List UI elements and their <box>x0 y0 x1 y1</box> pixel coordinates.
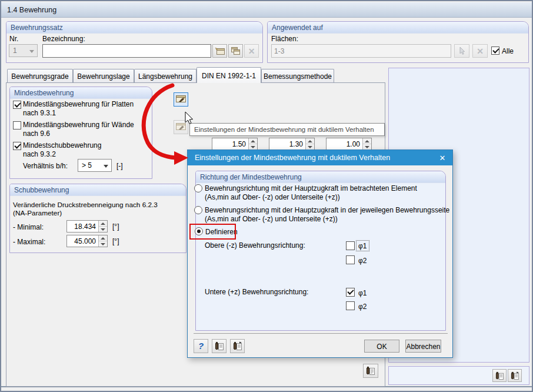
maximal-spinner[interactable]: 45.000 <box>66 235 108 247</box>
dialog-window-1-4-bewehrung: 1.4 Bewehrung Bewehrungssatz Nr. Bezeich… <box>0 0 533 392</box>
gamma-c-spinner-2[interactable]: 1.30 <box>269 138 315 150</box>
page-title: 1.4 Bewehrung <box>7 6 56 14</box>
group-angewendet-title: Angewendet auf <box>268 22 528 34</box>
group-mindestbewehrung-title: Mindestbewehrung <box>10 87 152 99</box>
tooltip: Einstellungen der Mindestbewehrung mit d… <box>189 123 385 136</box>
clear-surfaces-button[interactable] <box>472 44 488 58</box>
alle-label: Alle <box>502 47 514 55</box>
copy-reinforcement-set-button[interactable] <box>228 44 243 58</box>
maximal-value: 45.000 <box>67 235 98 247</box>
edit-mindest-platten-settings-button[interactable] <box>174 92 188 107</box>
tab-bemessungsmethode[interactable]: Bemessungsmethode <box>261 69 334 83</box>
popup-dialog-mindestbewehrung: Einstellungen der Mindestbewehrung mit d… <box>187 150 453 358</box>
bezeichnung-input[interactable] <box>42 44 211 58</box>
group-richtung-title: Richtung der Mindestbewehrung <box>196 171 445 183</box>
clipboard-icon <box>366 366 375 376</box>
nr-select-value: 1 <box>9 45 27 57</box>
minimal-unit: [°] <box>112 222 119 231</box>
copy-windows-icon <box>231 46 241 55</box>
ok-button[interactable]: OK <box>364 340 399 353</box>
chevron-down-icon <box>101 160 111 171</box>
obere-phi2-label: φ2 <box>358 257 367 265</box>
close-button[interactable] <box>432 150 452 165</box>
paste-settings-button[interactable] <box>230 339 245 353</box>
radio-hauptzugkraft-bewehrungsseite[interactable] <box>194 206 202 214</box>
new-reinforcement-set-button[interactable] <box>212 44 227 58</box>
radio1-label-line1: Bewehrungsrichtung mit der Hauptzugkraft… <box>205 184 417 192</box>
edit-mindest-waende-settings-button[interactable] <box>174 120 188 134</box>
delete-reinforcement-set-button[interactable] <box>244 44 259 58</box>
pick-surfaces-button[interactable] <box>454 44 469 58</box>
schub-desc-line1: Veränderliche Druckstrebenneigung nach 6… <box>13 201 158 209</box>
clear-x-icon <box>477 46 484 57</box>
spinner-arrows-icon[interactable] <box>248 138 257 150</box>
nr-label: Nr. <box>9 35 18 43</box>
clipboard-icon <box>495 371 504 380</box>
minimal-label: - Minimal: <box>13 223 44 231</box>
verhaeltnis-select[interactable]: > 5 <box>78 159 112 172</box>
window-titlebar: 1.4 Bewehrung <box>1 2 532 18</box>
spinner-arrows-icon[interactable] <box>305 138 314 150</box>
gamma-c-spinner-3[interactable]: 1.00 <box>326 138 372 150</box>
nr-select[interactable]: 1 <box>9 44 38 57</box>
untere-phi1-checkbox[interactable] <box>346 288 355 297</box>
obere-richtung-label: Obere (-z) Bewehrungsrichtung: <box>205 241 305 250</box>
maximal-label: - Maximal: <box>13 238 45 246</box>
verhaeltnis-unit: [-] <box>116 162 123 170</box>
flaechen-input[interactable] <box>271 44 451 58</box>
radio2-label-line1: Bewehrungsrichtung mit der Hauptzugkraft… <box>205 206 449 214</box>
spinner-arrows-icon[interactable] <box>98 235 107 247</box>
pick-cursor-icon <box>458 46 465 55</box>
cancel-button[interactable]: Abbrechen <box>405 340 441 353</box>
obere-phi1-label: φ1 <box>358 242 367 250</box>
clipboard-icon <box>215 341 224 351</box>
mindest-schub-label2: nach 9.3.2 <box>23 150 56 158</box>
bezeichnung-label: Bezeichnung: <box>42 35 85 43</box>
untere-richtung-label: Untere (+z) Bewehrungsrichtung: <box>205 288 308 296</box>
mindest-waende-checkbox[interactable] <box>13 121 21 129</box>
spinner-arrows-icon[interactable] <box>98 221 107 232</box>
edit-settings-icon <box>176 123 186 131</box>
mindest-platten-label2: nach 9.3.1 <box>23 109 56 117</box>
right-paste-comment-button[interactable] <box>508 369 522 382</box>
spinner-arrows-icon[interactable] <box>362 138 371 150</box>
obere-phi2-checkbox[interactable] <box>346 255 355 264</box>
untere-phi2-checkbox[interactable] <box>346 301 355 310</box>
untere-phi1-label: φ1 <box>358 289 367 297</box>
dialog-separator <box>194 333 448 334</box>
close-icon <box>439 152 446 163</box>
radio1-label-line2: (As,min auf Ober- (-z) oder Unterseite (… <box>205 193 340 201</box>
untere-phi2-label: φ2 <box>358 303 367 311</box>
right-copy-comment-button[interactable] <box>492 369 507 382</box>
tab-din-en-1992-1-1[interactable]: DIN EN 1992-1-1 <box>196 67 261 83</box>
delete-x-icon <box>248 46 255 57</box>
gamma-c-value-1: 1.50 <box>212 138 248 150</box>
mindest-platten-label: Mindestlängsbewehrung für Platten <box>23 100 134 108</box>
radio2-label-line2: (As,min auf Ober- (-z) und Unterseite (+… <box>205 215 338 223</box>
minimal-spinner[interactable]: 18.434 <box>66 220 108 232</box>
faktoren-paste-comment-button[interactable] <box>363 364 378 378</box>
tab-bewehrungslage[interactable]: Bewehrungslage <box>73 69 134 83</box>
edit-settings-icon <box>176 95 186 104</box>
help-button[interactable] <box>194 339 208 353</box>
obere-phi1-checkbox[interactable] <box>346 241 355 250</box>
group-schubbewehrung-title: Schubbewehrung <box>10 184 186 196</box>
new-window-icon <box>215 47 225 55</box>
verhaeltnis-label: Verhältnis b/h: <box>23 162 68 170</box>
mindest-schub-checkbox[interactable] <box>13 142 21 150</box>
gamma-c-value-3: 1.00 <box>327 138 362 150</box>
gamma-c-spinner-1[interactable]: 1.50 <box>212 138 258 150</box>
clipboard-paste-icon <box>233 341 242 351</box>
tab-laengsbewehrung[interactable]: Längsbewehrung <box>134 69 196 83</box>
copy-settings-button[interactable] <box>212 339 226 353</box>
flaechen-label: Flächen: <box>271 35 298 43</box>
clipboard-paste-icon <box>511 371 519 380</box>
radio-hauptzugkraft-element[interactable] <box>194 184 202 192</box>
tab-bewehrungsgrade[interactable]: Bewehrungsgrade <box>7 69 73 83</box>
mindest-platten-checkbox[interactable] <box>13 101 21 109</box>
alle-checkbox[interactable] <box>491 46 499 55</box>
mindest-waende-label2: nach 9.6 <box>23 129 50 138</box>
annotation-red-rectangle <box>189 224 236 240</box>
popup-dialog-titlebar: Einstellungen der Mindestbewehrung mit d… <box>188 150 452 165</box>
schub-desc-line2: (NA-Parameter) <box>13 209 62 217</box>
